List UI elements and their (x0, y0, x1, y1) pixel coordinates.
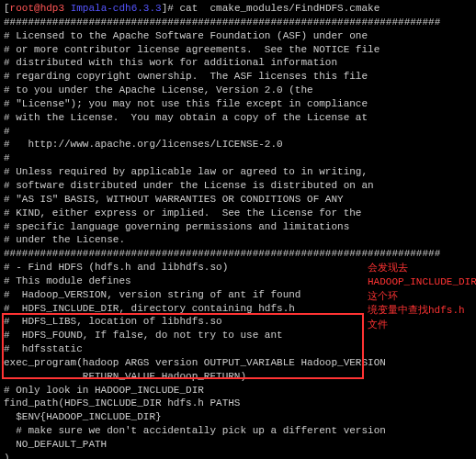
file-line: ########################################… (4, 247, 472, 261)
file-line: # "License"); you may not use this file … (4, 97, 472, 111)
prompt-cmd: cat cmake_modules/FindHDFS.cmake (179, 3, 380, 14)
file-line: # Unless required by applicable law or a… (4, 165, 472, 179)
prompt-close: ]# (162, 3, 180, 14)
file-line: # (4, 125, 472, 139)
file-line: RETURN_VALUE Hadoop_RETURN) (4, 370, 472, 384)
file-line: # specific language governing permission… (4, 220, 472, 234)
file-line: # Only look in HADOOP_INCLUDE_DIR (4, 384, 472, 397)
prompt-path: Impala-cdh6.3.3 (64, 3, 162, 14)
file-line: # (4, 151, 472, 165)
terminal-output: [root@hdp3 Impala-cdh6.3.3]# cat cmake_m… (4, 2, 472, 459)
file-line: $ENV{HADOOP_INCLUDE_DIR} (4, 410, 472, 424)
annotation-line3: 境变量中查找hdfs.h文件 (368, 304, 470, 332)
file-line: # under the License. (4, 233, 472, 247)
file-line: # hdfsstatic (4, 342, 472, 356)
file-line: # http://www.apache.org/licenses/LICENSE… (4, 138, 472, 151)
annotation-text: 会发现去 HADOOP_INCLUDE_DIR这个环 境变量中查找hdfs.h文… (368, 262, 470, 332)
file-line: ########################################… (4, 16, 472, 29)
annotation-line2: HADOOP_INCLUDE_DIR这个环 (368, 275, 470, 304)
file-line: # make sure we don't accidentally pick u… (4, 424, 472, 438)
file-line: exec_program(hadoop ARGS version OUTPUT_… (4, 356, 472, 370)
file-line: # KIND, either express or implied. See t… (4, 207, 472, 220)
prompt-open: [ (4, 3, 10, 14)
file-line: # distributed with this work for additio… (4, 56, 472, 70)
file-line: # or more contributor license agreements… (4, 43, 472, 57)
prompt-host: hdp3 (40, 3, 64, 14)
file-line: # software distributed under the License… (4, 179, 472, 193)
file-line: # regarding copyright ownership. The ASF… (4, 70, 472, 84)
file-line: NO_DEFAULT_PATH (4, 438, 472, 452)
prompt-line: [root@hdp3 Impala-cdh6.3.3]# cat cmake_m… (4, 2, 472, 16)
file-line: # "AS IS" BASIS, WITHOUT WARRANTIES OR C… (4, 193, 472, 207)
file-line: find_path(HDFS_INCLUDE_DIR hdfs.h PATHS (4, 397, 472, 410)
file-line: ) (4, 452, 472, 459)
file-line: # to you under the Apache License, Versi… (4, 84, 472, 97)
file-line: # Licensed to the Apache Software Founda… (4, 29, 472, 43)
annotation-line1: 会发现去 (368, 262, 470, 275)
prompt-user: root (10, 3, 34, 14)
prompt-at: @ (34, 3, 40, 14)
file-line: # with the License. You may obtain a cop… (4, 111, 472, 125)
